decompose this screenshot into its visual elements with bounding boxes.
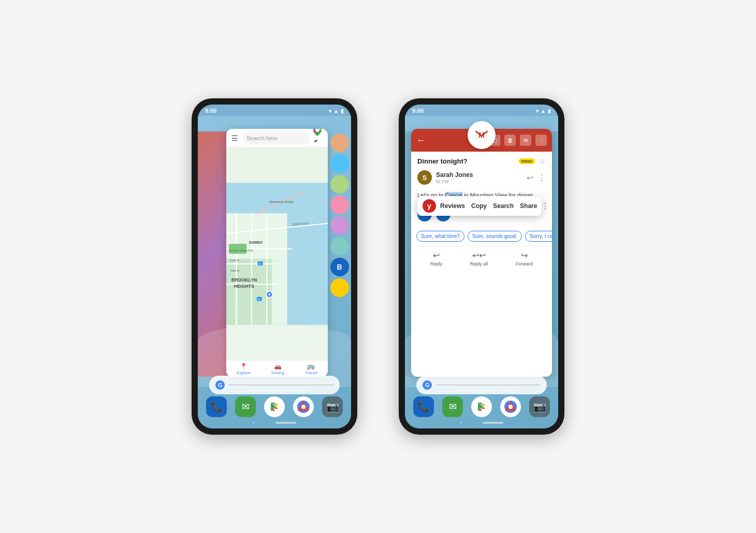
hamburger-icon[interactable]: ☰ <box>231 134 238 142</box>
sender-name: Sarah Jones <box>436 171 473 179</box>
google-maps-logo <box>308 129 327 140</box>
messages-icon-2: ✉ <box>449 401 457 412</box>
gmail-logo: M <box>468 121 496 149</box>
dock-app-phone-2[interactable]: 📞 <box>413 396 434 417</box>
chrome-icon-2 <box>504 401 517 413</box>
battery-icon-2: ▮ <box>548 108 551 114</box>
sender-avatar: S <box>417 170 432 185</box>
context-menu: y Reviews Copy Search Share ⋮ <box>417 196 542 216</box>
dock-app-play-2[interactable] <box>471 396 492 417</box>
reply-all-action-label: Reply all <box>470 261 488 266</box>
back-button-1[interactable]: ‹ <box>253 419 255 426</box>
avatar-1[interactable] <box>330 134 349 152</box>
dock-app-phone-1[interactable]: 📞 <box>206 396 227 417</box>
avatar-7[interactable] <box>330 278 349 297</box>
forward-action[interactable]: ↪ Forward <box>516 250 533 266</box>
context-reviews[interactable]: Reviews <box>438 201 467 211</box>
nav-bar-1: ‹ <box>198 417 351 428</box>
dock-app-chrome-2[interactable] <box>500 396 521 417</box>
maps-search-bar[interactable]: Search here <box>242 131 310 145</box>
gmail-header-icon-3[interactable]: ✉ <box>520 135 531 146</box>
camera-icon-1: 📷 <box>326 401 339 413</box>
chrome-icon-1 <box>297 401 310 413</box>
avatar-6[interactable] <box>330 237 349 256</box>
dock-app-camera-2[interactable]: 📷 <box>529 396 550 417</box>
svg-point-24 <box>268 293 270 295</box>
dock-1: 📞 ✉ <box>198 396 351 417</box>
gmail-header-icon-2[interactable]: 🗑 <box>504 135 516 146</box>
yelp-icon: y <box>423 199 436 213</box>
gmail-subject-row: Dinner tonight? Inbox ☆ <box>411 152 552 168</box>
google-search-bar-2[interactable]: G <box>416 376 547 394</box>
app-dock-2: 📞 ✉ <box>405 396 558 417</box>
battery-icon: ▮ <box>341 108 344 114</box>
home-button-2[interactable] <box>483 422 503 424</box>
maps-search-placeholder: Search here <box>246 135 278 141</box>
smart-reply-1[interactable]: Sure, what time? <box>416 231 464 242</box>
recents-screen: ☰ Search here 🎤 <box>198 116 351 428</box>
email-more-button[interactable]: ⋮ <box>537 173 546 183</box>
play-store-icon-1 <box>268 401 281 413</box>
avatar-2[interactable] <box>330 154 349 173</box>
dock-app-messages-2[interactable]: ✉ <box>442 396 463 417</box>
gmail-sender-row: S Sarah Jones to me ↩ ⋮ <box>411 168 552 187</box>
context-more-icon[interactable]: ⋮ <box>541 201 549 211</box>
gmail-subject-text: Dinner tonight? <box>417 157 515 165</box>
star-icon[interactable]: ☆ <box>539 157 546 165</box>
gmail-header-more[interactable]: ⋮ <box>535 135 547 146</box>
dock-app-chrome-1[interactable] <box>293 396 314 417</box>
context-copy[interactable]: Copy <box>469 201 489 211</box>
dock-2: 📞 ✉ <box>405 396 558 417</box>
forward-action-label: Forward <box>516 261 533 266</box>
back-button-2[interactable]: ‹ <box>460 419 462 426</box>
svg-rect-5 <box>226 259 272 324</box>
svg-text:DUMBO: DUMBO <box>249 241 263 244</box>
context-search[interactable]: Search <box>491 201 516 211</box>
google-search-bar-1[interactable]: G <box>209 376 340 394</box>
phone-1-screen: 9:00 ▾ ▲ ▮ ☰ <box>198 105 351 428</box>
signal-icon: ▲ <box>333 108 339 114</box>
google-g-logo: G <box>215 380 225 390</box>
svg-text:M: M <box>478 131 485 139</box>
phone-icon-1: 📞 <box>210 401 223 413</box>
reply-all-action[interactable]: ↩↩ Reply all <box>470 250 488 266</box>
search-bar-line-2 <box>436 384 541 386</box>
google-g-logo-2: G <box>423 380 432 390</box>
sender-initial: S <box>423 174 427 182</box>
play-store-icon-2 <box>475 401 488 413</box>
avatar-3[interactable] <box>330 175 349 194</box>
phone-2: 9:00 ▾ ▲ ▮ M <box>399 98 564 435</box>
dock-app-messages-1[interactable]: ✉ <box>235 396 256 417</box>
smart-reply-2[interactable]: Sure, sounds good. <box>468 231 522 242</box>
smart-reply-3[interactable]: Sorry, I can't make it tonight. <box>525 231 552 242</box>
home-button-1[interactable] <box>275 422 296 424</box>
camera-icon-2: 📷 <box>533 401 546 413</box>
wifi-icon: ▾ <box>329 108 331 114</box>
gmail-screen: M ← ◻ 🗑 ✉ ⋮ Dinner tonight? Inbox <box>405 116 558 428</box>
svg-text:M: M <box>258 299 260 301</box>
status-icons-2: ▾ ▲ ▮ <box>536 108 551 114</box>
time-1: 9:00 <box>205 108 216 114</box>
svg-point-47 <box>508 405 513 409</box>
time-2: 9:00 <box>412 108 424 114</box>
context-share[interactable]: Share <box>518 201 539 211</box>
avatar-b[interactable]: B <box>330 258 349 276</box>
reply-action-icon: ↩ <box>433 250 440 260</box>
search-bar-line <box>229 384 333 386</box>
dock-app-camera-1[interactable]: 📷 <box>322 396 343 417</box>
svg-text:Front St: Front St <box>230 259 240 262</box>
reply-action[interactable]: ↩ Reply <box>430 250 442 266</box>
reply-action-label: Reply <box>430 261 442 266</box>
avatar-5[interactable] <box>330 216 349 235</box>
svg-text:Brooklyn Bridge Park: Brooklyn Bridge Park <box>229 249 253 252</box>
phone-icon-2: 📞 <box>417 401 430 413</box>
svg-text:Clark St: Clark St <box>230 270 240 272</box>
svg-text:Manhattan Bridge: Manhattan Bridge <box>269 201 293 204</box>
gmail-back-button[interactable]: ← <box>416 135 426 146</box>
dock-app-play-1[interactable] <box>264 396 285 417</box>
status-bar-2: 9:00 ▾ ▲ ▮ <box>405 105 558 116</box>
phone-1: 9:00 ▾ ▲ ▮ ☰ <box>192 98 357 435</box>
reply-icon-header[interactable]: ↩ <box>527 173 533 183</box>
forward-action-icon: ↪ <box>521 250 528 260</box>
avatar-4[interactable] <box>330 196 349 214</box>
